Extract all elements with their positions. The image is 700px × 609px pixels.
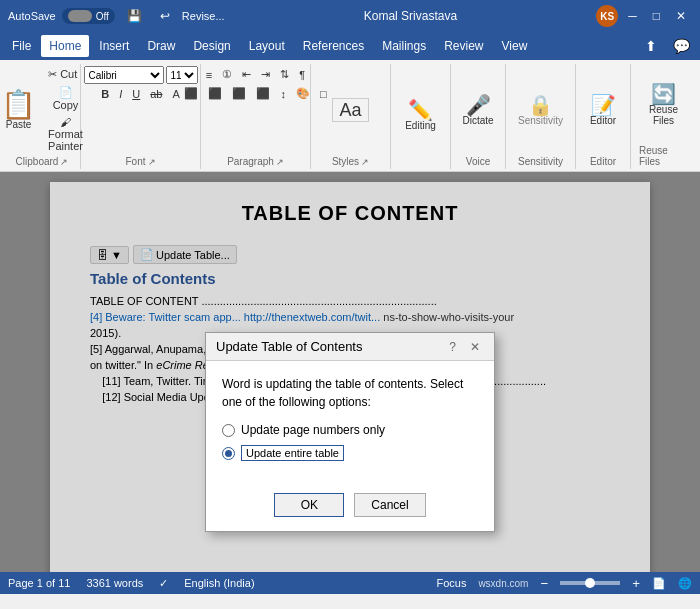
minimize-button[interactable]: ─ [622,7,643,25]
reuse-label: Reuse Files [639,145,688,167]
menu-insert[interactable]: Insert [91,35,137,57]
sensitivity-button[interactable]: 🔒 Sensitivity [514,93,567,128]
dictate-button[interactable]: 🎤 Dictate [458,93,497,128]
zoom-decrease-button[interactable]: − [540,576,548,591]
modal-ok-button[interactable]: OK [274,493,344,517]
save-button[interactable]: 💾 [121,7,148,25]
editor-items: 📝 Editor [586,66,620,154]
radio-option-2[interactable]: Update entire table [222,445,478,461]
clipboard-expand-icon[interactable]: ↗ [60,157,68,167]
share-button[interactable]: ⬆ [639,36,663,56]
menu-layout[interactable]: Layout [241,35,293,57]
language[interactable]: English (India) [184,577,254,589]
radio-circle-1 [222,424,235,437]
modal-close-button[interactable]: ✕ [466,340,484,354]
user-avatar[interactable]: KS [596,5,618,27]
indent-decrease-button[interactable]: ⇤ [238,66,255,83]
menu-design[interactable]: Design [185,35,238,57]
reuse-group-label: Reuse Files [639,145,688,167]
menu-home[interactable]: Home [41,35,89,57]
ribbon-group-editing: ✏️ Editing [391,64,451,169]
editing-icon: ✏️ [408,100,433,120]
modal-body: Word is updating the table of contents. … [206,361,494,483]
modal-cancel-button[interactable]: Cancel [354,493,425,517]
bullets-button[interactable]: ≡ [202,66,216,83]
autosave-state: Off [96,11,109,22]
status-bar-right: Focus wsxdn.com − + 📄 🌐 [436,576,692,591]
modal-footer: OK Cancel [206,483,494,531]
title-bar-right: KS ─ □ ✕ [596,5,692,27]
modal-title: Update Table of Contents [216,339,362,354]
dictate-items: 🎤 Dictate [458,66,497,154]
menu-review[interactable]: Review [436,35,491,57]
modal-controls: ? ✕ [445,340,484,354]
align-left-button[interactable]: ⬛ [180,85,202,102]
filename: Revise... [182,10,225,22]
styles-items: Aa [328,66,372,154]
view-web-button[interactable]: 🌐 [678,577,692,590]
menu-mailings[interactable]: Mailings [374,35,434,57]
sort-button[interactable]: ⇅ [276,66,293,83]
editing-button[interactable]: ✏️ Editing [401,98,440,133]
zoom-handle[interactable] [585,578,595,588]
radio-option-1[interactable]: Update page numbers only [222,423,478,437]
username: Komal Srivastava [364,9,457,23]
ribbon-group-sensitivity: 🔒 Sensitivity Sensitivity [506,64,576,169]
align-justify-button[interactable]: ⬛ [252,85,274,102]
indent-increase-button[interactable]: ⇥ [257,66,274,83]
menu-bar: File Home Insert Draw Design Layout Refe… [0,32,700,60]
numbering-button[interactable]: ① [218,66,236,83]
comments-button[interactable]: 💬 [667,36,696,56]
paragraph-expand-icon[interactable]: ↗ [276,157,284,167]
ribbon-group-styles: Aa Styles ↗ [311,64,391,169]
ribbon-group-clipboard: 📋 Paste ✂ Cut 📄 Copy 🖌 Format Painter Cl… [4,64,81,169]
autosave-label: AutoSave [8,10,56,22]
editor-group-label: Editor [590,156,616,167]
modal-help-button[interactable]: ? [445,340,460,354]
styles-label: Styles ↗ [332,156,369,167]
menu-references[interactable]: References [295,35,372,57]
font-label: Font ↗ [125,156,155,167]
font-expand-icon[interactable]: ↗ [148,157,156,167]
line-spacing-button[interactable]: ↕ [276,85,290,102]
reuse-icon: 🔄 [651,84,676,104]
spelling-icon: ✓ [159,577,168,590]
align-right-button[interactable]: ⬛ [228,85,250,102]
toggle-icon [68,10,92,22]
sensitivity-group-label: Sensitivity [518,156,563,167]
focus-button[interactable]: Focus [436,577,466,589]
underline-button[interactable]: U [128,86,144,102]
editor-button[interactable]: 📝 Editor [586,93,620,128]
autosave-toggle[interactable]: Off [62,8,115,24]
voice-label: Voice [466,156,490,167]
undo-button[interactable]: ↩ [154,7,176,25]
paste-button[interactable]: 📋 Paste [0,89,40,132]
styles-button[interactable]: Aa [328,96,372,124]
bold-button[interactable]: B [97,86,113,102]
radio-label-1: Update page numbers only [241,423,385,437]
close-button[interactable]: ✕ [670,7,692,25]
styles-expand-icon[interactable]: ↗ [361,157,369,167]
menu-draw[interactable]: Draw [139,35,183,57]
ribbon-group-reuse: 🔄 ReuseFiles Reuse Files [631,64,696,169]
show-marks-button[interactable]: ¶ [295,66,309,83]
paragraph-group-label: Paragraph [227,156,274,167]
font-group-label: Font [125,156,145,167]
styles-group-label: Styles [332,156,359,167]
wsxdn-logo: wsxdn.com [478,578,528,589]
menu-view[interactable]: View [494,35,536,57]
ribbon-content: 📋 Paste ✂ Cut 📄 Copy 🖌 Format Painter Cl… [0,60,700,172]
zoom-increase-button[interactable]: + [632,576,640,591]
strikethrough-button[interactable]: ab [146,86,166,102]
font-family-select[interactable]: Calibri [84,66,164,84]
radio-dot-2 [225,450,232,457]
italic-button[interactable]: I [115,86,126,102]
title-bar: AutoSave Off 💾 ↩ Revise... Komal Srivast… [0,0,700,32]
reuse-items: 🔄 ReuseFiles [645,66,682,143]
reuse-files-button[interactable]: 🔄 ReuseFiles [645,82,682,128]
editor-icon: 📝 [591,95,616,115]
maximize-button[interactable]: □ [647,7,666,25]
menu-file[interactable]: File [4,35,39,57]
align-center-button[interactable]: ⬛ [204,85,226,102]
view-print-button[interactable]: 📄 [652,577,666,590]
